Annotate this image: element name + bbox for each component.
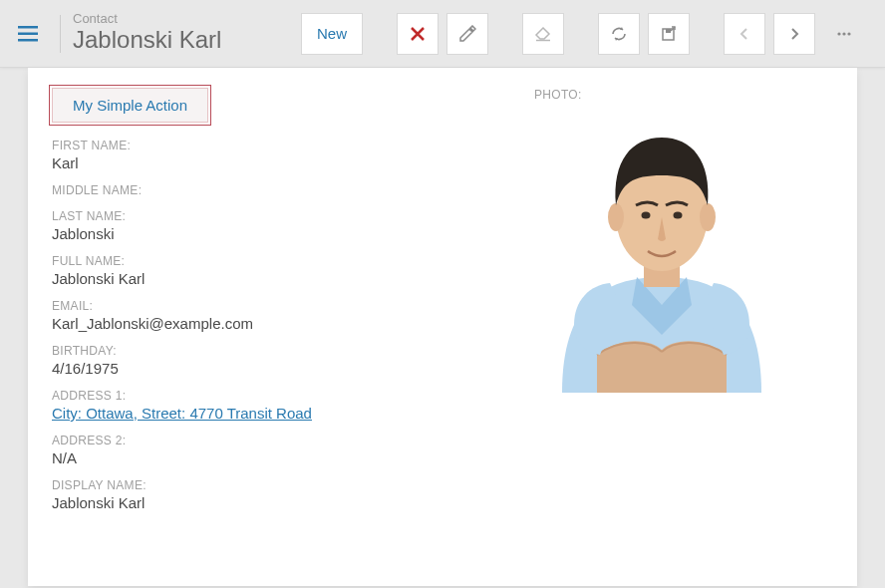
- svg-point-14: [674, 212, 683, 219]
- detail-card: My Simple Action FIRST NAME: Karl MIDDLE…: [28, 68, 857, 586]
- address2-value: N/A: [52, 449, 506, 466]
- field-last-name: LAST NAME: Jablonski: [52, 209, 506, 242]
- first-name-label: FIRST NAME:: [52, 139, 506, 152]
- next-button[interactable]: [773, 13, 815, 55]
- chevron-right-icon: [787, 27, 801, 41]
- field-display-name: DISPLAY NAME: Jablonski Karl: [52, 478, 506, 511]
- refresh-icon: [610, 25, 628, 43]
- svg-point-6: [837, 32, 840, 35]
- field-address1: ADDRESS 1: City: Ottawa, Street: 4770 Tr…: [52, 389, 506, 422]
- full-name-label: FULL NAME:: [52, 254, 506, 268]
- title-separator: [60, 15, 61, 53]
- photo-box: [534, 106, 789, 393]
- action-button-label: My Simple Action: [73, 97, 187, 114]
- svg-rect-0: [18, 26, 38, 29]
- svg-rect-1: [18, 32, 38, 35]
- display-name-label: DISPLAY NAME:: [52, 478, 506, 492]
- prev-button[interactable]: [724, 13, 765, 55]
- photo-column: PHOTO:: [534, 88, 833, 562]
- middle-name-label: MIDDLE NAME:: [52, 183, 506, 197]
- more-button[interactable]: [823, 13, 865, 55]
- new-button[interactable]: New: [301, 13, 363, 55]
- menu-button[interactable]: [8, 14, 48, 54]
- display-name-value: Jablonski Karl: [52, 494, 506, 511]
- my-simple-action-button[interactable]: My Simple Action: [52, 88, 208, 123]
- field-birthday: BIRTHDAY: 4/16/1975: [52, 344, 506, 377]
- photo-label: PHOTO:: [534, 88, 833, 102]
- field-address2: ADDRESS 2: N/A: [52, 434, 506, 466]
- save-icon: [660, 25, 678, 43]
- birthday-value: 4/16/1975: [52, 360, 506, 377]
- svg-point-8: [847, 32, 850, 35]
- title-block: Contact Jablonski Karl: [73, 12, 221, 55]
- toolbar: Contact Jablonski Karl New: [0, 0, 885, 68]
- erase-button[interactable]: [522, 13, 564, 55]
- pencil-icon: [458, 25, 476, 43]
- page-title: Jablonski Karl: [73, 26, 221, 55]
- email-value: Karl_Jablonski@example.com: [52, 315, 506, 332]
- chevron-left-icon: [738, 27, 751, 41]
- last-name-value: Jablonski: [52, 225, 506, 242]
- avatar-icon: [542, 106, 781, 393]
- address1-link[interactable]: City: Ottawa, Street: 4770 Transit Road: [52, 405, 312, 422]
- hamburger-icon: [18, 26, 38, 42]
- field-first-name: FIRST NAME: Karl: [52, 139, 506, 171]
- close-icon: [409, 25, 427, 43]
- field-full-name: FULL NAME: Jablonski Karl: [52, 254, 506, 287]
- eraser-icon: [534, 25, 552, 43]
- title-caption: Contact: [73, 12, 221, 26]
- address1-label: ADDRESS 1:: [52, 389, 506, 403]
- first-name-value: Karl: [52, 154, 506, 171]
- birthday-label: BIRTHDAY:: [52, 344, 506, 358]
- field-middle-name: MIDDLE NAME:: [52, 183, 506, 197]
- toolbar-buttons: New: [301, 13, 865, 55]
- svg-point-13: [642, 212, 651, 219]
- new-button-label: New: [317, 25, 347, 42]
- email-label: EMAIL:: [52, 299, 506, 313]
- svg-point-7: [842, 32, 845, 35]
- last-name-label: LAST NAME:: [52, 209, 506, 223]
- svg-point-12: [700, 203, 716, 231]
- save-button[interactable]: [648, 13, 690, 55]
- dots-icon: [835, 25, 853, 43]
- svg-rect-2: [18, 39, 38, 42]
- svg-rect-5: [666, 29, 671, 33]
- fields-column: My Simple Action FIRST NAME: Karl MIDDLE…: [52, 88, 506, 562]
- address2-label: ADDRESS 2:: [52, 434, 506, 447]
- field-email: EMAIL: Karl_Jablonski@example.com: [52, 299, 506, 332]
- refresh-button[interactable]: [598, 13, 640, 55]
- address1-value: City: Ottawa, Street: 4770 Transit Road: [52, 405, 506, 422]
- edit-button[interactable]: [446, 13, 488, 55]
- delete-button[interactable]: [397, 13, 439, 55]
- full-name-value: Jablonski Karl: [52, 270, 506, 287]
- svg-point-11: [608, 203, 624, 231]
